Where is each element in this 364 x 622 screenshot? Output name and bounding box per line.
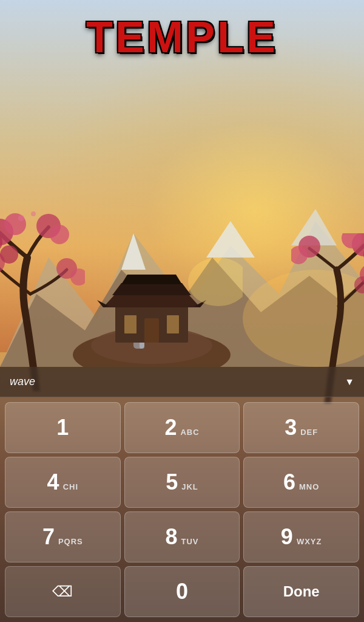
- backspace-icon: ⌫: [52, 583, 73, 600]
- svg-rect-18: [144, 318, 159, 343]
- key-9-letters: WXYZ: [297, 537, 322, 546]
- key-5[interactable]: 5 JKL: [124, 457, 240, 508]
- dropdown-icon[interactable]: ▼: [345, 377, 354, 388]
- key-done-label: Done: [283, 584, 320, 599]
- key-0[interactable]: 0: [124, 566, 240, 617]
- key-8-number: 8: [165, 526, 177, 548]
- wave-bar: wave ▼: [0, 367, 364, 397]
- svg-rect-17: [167, 315, 179, 333]
- key-5-letters: JKL: [181, 482, 198, 491]
- key-1-number: 1: [56, 417, 69, 439]
- svg-marker-13: [121, 275, 182, 284]
- key-2-letters: ABC: [180, 428, 199, 437]
- key-9[interactable]: 9 WXYZ: [243, 511, 359, 562]
- key-0-number: 0: [176, 581, 188, 603]
- key-done[interactable]: Done: [243, 566, 359, 617]
- tree-left: [0, 209, 85, 391]
- key-6-number: 6: [283, 471, 295, 493]
- key-6-letters: MNO: [299, 482, 319, 491]
- key-5-number: 5: [166, 471, 178, 493]
- key-4-letters: CHI: [63, 482, 78, 491]
- key-7[interactable]: 7 PQRS: [5, 511, 121, 562]
- key-3-number: 3: [285, 417, 297, 439]
- key-1[interactable]: 1: [5, 402, 121, 453]
- key-8[interactable]: 8 TUV: [124, 511, 240, 562]
- key-8-letters: TUV: [181, 537, 199, 546]
- app-title: TEMPLE: [0, 12, 364, 62]
- svg-point-29: [18, 215, 24, 221]
- key-3[interactable]: 3 DEF: [243, 402, 359, 453]
- svg-marker-12: [112, 283, 191, 295]
- key-4-number: 4: [47, 471, 59, 493]
- wave-label: wave: [10, 375, 35, 388]
- key-4[interactable]: 4 CHI: [5, 457, 121, 508]
- svg-marker-11: [103, 294, 200, 307]
- keypad: 1 2 ABC 3 DEF 4 CHI 5 JKL: [0, 397, 364, 622]
- key-3-letters: DEF: [300, 428, 318, 437]
- key-7-number: 7: [42, 526, 55, 548]
- svg-point-26: [0, 245, 18, 264]
- svg-rect-16: [124, 315, 136, 333]
- key-9-number: 9: [281, 526, 293, 548]
- svg-point-19: [188, 258, 243, 306]
- keyboard-panel: wave ▼ 1 2 ABC 3 DEF 4 CHI: [0, 367, 364, 622]
- key-2-number: 2: [164, 417, 177, 439]
- svg-point-30: [31, 211, 36, 216]
- key-7-letters: PQRS: [58, 537, 83, 546]
- temple-scene: [61, 245, 243, 367]
- key-6[interactable]: 6 MNO: [243, 457, 359, 508]
- key-2[interactable]: 2 ABC: [124, 402, 240, 453]
- svg-point-24: [50, 225, 69, 244]
- key-backspace[interactable]: ⌫: [5, 566, 121, 617]
